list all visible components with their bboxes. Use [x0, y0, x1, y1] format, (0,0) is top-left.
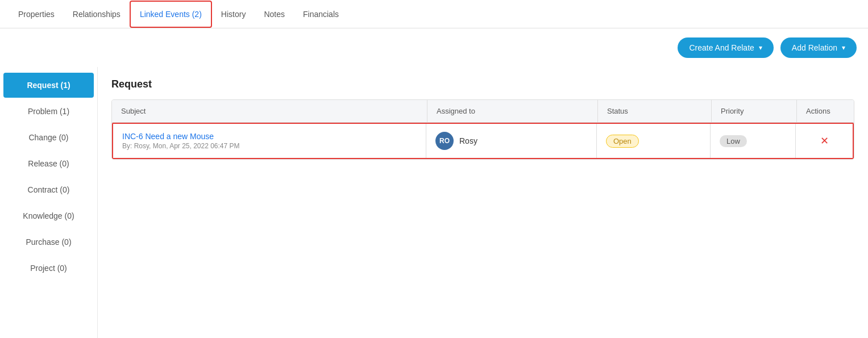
sidebar-item-request[interactable]: Request (1): [3, 73, 94, 98]
section-title: Request: [111, 78, 854, 90]
top-nav: Properties Relationships Linked Events (…: [0, 0, 868, 28]
assigned-name: Rosy: [459, 136, 477, 145]
action-bar: Create And Relate ▾ Add Relation ▾: [0, 28, 868, 67]
col-assigned: Assigned to: [427, 100, 598, 122]
delete-icon[interactable]: ✕: [820, 135, 829, 147]
main-layout: Request (1) Problem (1) Change (0) Relea…: [0, 67, 868, 338]
tab-linked-events[interactable]: Linked Events (2): [130, 1, 212, 28]
avatar: RO: [435, 132, 454, 150]
cell-status: Open: [597, 124, 711, 158]
cell-priority: Low: [711, 124, 796, 158]
create-and-relate-button[interactable]: Create And Relate ▾: [678, 37, 773, 58]
tab-notes[interactable]: Notes: [255, 2, 294, 27]
content-area: Request Subject Assigned to Status Prior…: [98, 67, 868, 338]
add-chevron-icon: ▾: [842, 44, 845, 52]
subject-link[interactable]: INC-6 Need a new Mouse: [122, 132, 214, 141]
priority-badge: Low: [720, 135, 747, 147]
col-priority: Priority: [712, 100, 797, 122]
col-subject: Subject: [112, 100, 427, 122]
cell-subject: INC-6 Need a new Mouse By: Rosy, Mon, Ap…: [113, 124, 426, 158]
tab-relationships[interactable]: Relationships: [64, 2, 130, 27]
table-row: INC-6 Need a new Mouse By: Rosy, Mon, Ap…: [112, 123, 854, 159]
sidebar-item-contract[interactable]: Contract (0): [3, 177, 94, 202]
add-relation-label: Add Relation: [792, 43, 837, 52]
tab-history[interactable]: History: [212, 2, 255, 27]
tab-financials[interactable]: Financials: [294, 2, 348, 27]
sidebar-item-knowledge[interactable]: Knowledge (0): [3, 203, 94, 228]
sidebar-item-release[interactable]: Release (0): [3, 151, 94, 176]
cell-actions: ✕: [796, 124, 853, 158]
create-chevron-icon: ▾: [759, 44, 762, 52]
sidebar-item-problem[interactable]: Problem (1): [3, 99, 94, 124]
subject-meta: By: Rosy, Mon, Apr 25, 2022 06:47 PM: [122, 142, 240, 150]
cell-assigned: RO Rosy: [426, 124, 597, 158]
status-badge: Open: [606, 135, 639, 148]
sidebar-item-project[interactable]: Project (0): [3, 256, 94, 281]
table-header: Subject Assigned to Status Priority Acti…: [112, 100, 854, 123]
create-and-relate-label: Create And Relate: [689, 43, 754, 52]
col-actions: Actions: [797, 100, 854, 122]
request-table: Subject Assigned to Status Priority Acti…: [111, 99, 854, 160]
sidebar-item-purchase[interactable]: Purchase (0): [3, 229, 94, 254]
add-relation-button[interactable]: Add Relation ▾: [780, 37, 857, 58]
col-status: Status: [598, 100, 712, 122]
tab-properties[interactable]: Properties: [9, 2, 64, 27]
sidebar: Request (1) Problem (1) Change (0) Relea…: [0, 67, 98, 338]
sidebar-item-change[interactable]: Change (0): [3, 125, 94, 150]
